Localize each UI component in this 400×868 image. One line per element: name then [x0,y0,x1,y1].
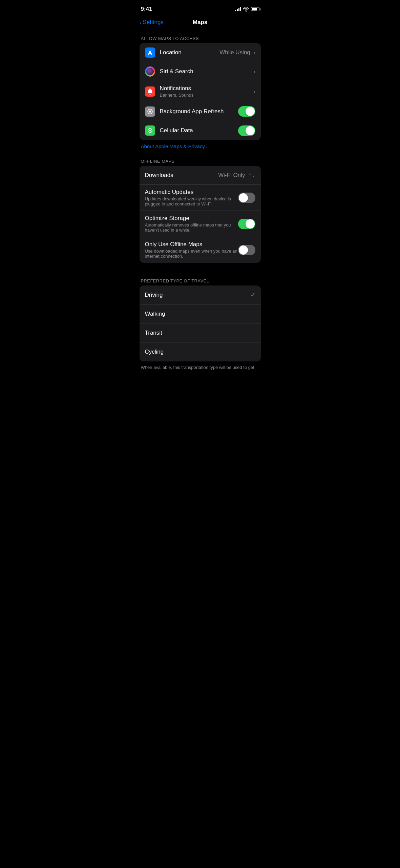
travel-footer-note: When available, this transportation type… [134,361,266,373]
notifications-chevron-icon: › [254,89,255,94]
walking-label: Walking [145,311,165,317]
only-offline-row[interactable]: Only Use Offline Maps Use downloaded map… [140,237,261,263]
cellular-label: Cellular Data [160,127,193,134]
only-offline-toggle[interactable] [238,245,255,255]
auto-updates-sublabel: Updates downloaded weekly when device is… [145,196,238,206]
auto-updates-toggle[interactable] [238,193,255,203]
bg-refresh-icon [145,106,155,117]
allow-maps-section-header: ALLOW MAPS TO ACCESS [134,30,266,43]
cellular-row[interactable]: Cellular Data [140,121,261,140]
transit-label: Transit [145,330,162,336]
nav-bar: ‹ Settings Maps [134,16,266,30]
location-label: Location [160,49,182,56]
location-row[interactable]: Location While Using › [140,43,261,62]
status-bar: 9:41 [134,0,266,16]
only-offline-label: Only Use Offline Maps [145,241,238,248]
cellular-icon [145,125,155,136]
travel-group: Driving ✓ Walking Transit Cycling [140,285,261,361]
svg-point-1 [149,111,151,113]
optimize-storage-row[interactable]: Optimize Storage Automatically removes o… [140,211,261,237]
walking-row[interactable]: Walking [140,304,261,323]
transit-row[interactable]: Transit [140,323,261,342]
optimize-storage-label: Optimize Storage [145,215,238,222]
optimize-storage-toggle[interactable] [238,219,255,229]
location-chevron-icon: › [254,50,255,55]
optimize-storage-sublabel: Automatically removes offline maps that … [145,222,238,233]
notifications-sublabel: Banners, Sounds [160,93,252,98]
notifications-icon [145,86,155,97]
driving-label: Driving [145,292,163,298]
only-offline-sublabel: Use downloaded maps even when you have a… [145,249,238,259]
downloads-updown-icon: ⌃⌄ [249,173,255,178]
notifications-row[interactable]: Notifications Banners, Sounds › [140,81,261,102]
downloads-label: Downloads [145,172,173,178]
cellular-toggle[interactable] [238,125,255,136]
back-chevron-icon: ‹ [140,19,142,26]
bg-refresh-toggle[interactable] [238,106,255,117]
cycling-label: Cycling [145,349,164,355]
siri-search-row[interactable]: Siri & Search › [140,62,261,81]
offline-maps-section-header: OFFLINE MAPS [134,153,266,166]
siri-search-label: Siri & Search [160,68,193,75]
offline-maps-group: Downloads Wi-Fi Only ⌃⌄ Automatic Update… [140,166,261,263]
auto-updates-label: Automatic Updates [145,189,238,196]
status-icons [235,7,259,12]
back-button[interactable]: ‹ Settings [140,19,164,26]
siri-chevron-icon: › [254,69,255,74]
signal-bars-icon [235,7,241,11]
driving-row[interactable]: Driving ✓ [140,285,261,304]
cycling-row[interactable]: Cycling [140,342,261,361]
driving-checkmark-icon: ✓ [250,291,255,299]
svg-point-3 [149,130,151,131]
battery-icon [251,7,259,11]
status-time: 9:41 [141,6,152,13]
about-apple-maps-link[interactable]: About Apple Maps & Privacy... [134,140,266,153]
wifi-icon [243,7,249,12]
bg-refresh-label: Background App Refresh [160,108,224,115]
notifications-label: Notifications [160,85,252,92]
travel-section-header: PREFERRED TYPE OF TRAVEL [134,272,266,285]
downloads-row[interactable]: Downloads Wi-Fi Only ⌃⌄ [140,166,261,185]
allow-maps-group: Location While Using › Siri & Search › N… [140,43,261,140]
auto-updates-row[interactable]: Automatic Updates Updates downloaded wee… [140,185,261,211]
siri-icon [145,66,155,77]
bg-refresh-row[interactable]: Background App Refresh [140,102,261,121]
downloads-value: Wi-Fi Only [218,172,245,179]
location-value: While Using [219,49,250,56]
location-icon [145,47,155,58]
page-title: Maps [193,19,207,26]
back-label: Settings [143,19,164,26]
